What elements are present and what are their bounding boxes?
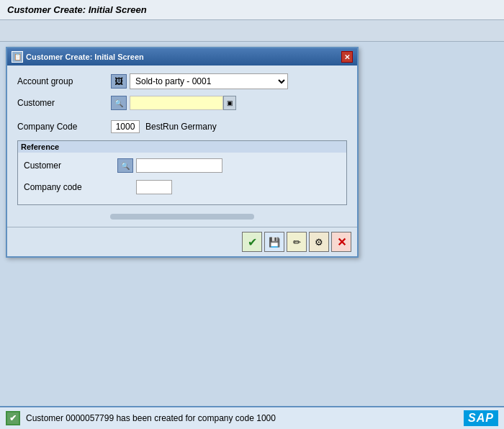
company-code-row: Company Code 1000 BestRun Germany — [17, 120, 347, 133]
cancel-icon: ✕ — [337, 235, 346, 249]
reference-company-code-input[interactable] — [136, 180, 172, 194]
append-icon: ▣ — [227, 99, 233, 107]
status-message: Customer 0000057799 has been created for… — [26, 413, 276, 423]
sap-logo: SAP — [464, 410, 498, 426]
ref-binoculars-icon: 🔍 — [121, 162, 130, 170]
page-title: Customer Create: Initial Screen — [0, 0, 504, 20]
edit-button[interactable]: ✏ — [287, 232, 307, 252]
company-code-label: Company Code — [17, 122, 111, 132]
dialog-titlebar: 📋 Customer Create: Initial Screen ✕ — [7, 48, 357, 66]
main-background: Customer Create: Initial Screen 📋 Custom… — [0, 0, 504, 429]
company-code-value: 1000 — [111, 120, 140, 133]
dialog-footer: ✔ 💾 ✏ ⚙ ✕ — [7, 227, 357, 256]
customer-search-icon[interactable]: 🔍 — [111, 96, 127, 110]
reference-customer-search-icon[interactable]: 🔍 — [117, 158, 133, 173]
config-icon: ⚙ — [315, 237, 323, 248]
reference-customer-row: Customer 🔍 — [24, 157, 341, 174]
account-group-icon[interactable]: 🖼 — [111, 74, 127, 89]
status-bar: ✔ Customer 0000057799 has been created f… — [0, 406, 504, 429]
account-group-label: Account group — [17, 76, 111, 86]
reference-customer-input[interactable] — [136, 158, 222, 173]
customer-input[interactable] — [130, 96, 223, 110]
company-name-text: BestRun Germany — [145, 122, 217, 132]
scrollbar-thumb — [110, 214, 254, 220]
save-icon: 💾 — [269, 237, 280, 248]
customer-input-append-button[interactable]: ▣ — [223, 96, 236, 110]
config-button[interactable]: ⚙ — [309, 232, 329, 252]
status-check-icon: ✔ — [6, 411, 20, 425]
edit-icon: ✏ — [293, 237, 301, 248]
reference-company-code-row: Company code — [24, 179, 341, 196]
save-button[interactable]: 💾 — [264, 232, 284, 252]
toolbar-area — [0, 20, 504, 42]
account-group-icon-symbol: 🖼 — [114, 76, 123, 86]
customer-input-wrapper: ▣ — [130, 96, 236, 110]
reference-customer-label: Customer — [24, 161, 117, 171]
check-symbol: ✔ — [9, 413, 17, 423]
customer-row: Customer 🔍 ▣ — [17, 94, 347, 112]
account-group-row: Account group 🖼 Sold-to party - 0001 — [17, 73, 347, 90]
cancel-button[interactable]: ✕ — [331, 232, 351, 252]
page-title-text: Customer Create: Initial Screen — [7, 4, 147, 15]
dialog-icon-symbol: 📋 — [14, 53, 22, 60]
binoculars-icon: 🔍 — [114, 99, 123, 107]
reference-company-code-label: Company code — [24, 182, 117, 192]
dialog-content: Account group 🖼 Sold-to party - 0001 Cus… — [7, 66, 357, 227]
reference-section: Reference Customer 🔍 Company code — [17, 140, 347, 205]
dialog-window-icon: 📋 — [12, 51, 23, 63]
dialog-window: 📋 Customer Create: Initial Screen ✕ Acco… — [6, 47, 359, 258]
account-group-select[interactable]: Sold-to party - 0001 — [130, 73, 288, 89]
dialog-title-left: 📋 Customer Create: Initial Screen — [12, 51, 144, 63]
dialog-title-text: Customer Create: Initial Screen — [26, 53, 144, 61]
confirm-button[interactable]: ✔ — [242, 232, 262, 252]
reference-title: Reference — [18, 141, 346, 153]
dialog-close-button[interactable]: ✕ — [341, 51, 353, 63]
customer-label: Customer — [17, 98, 111, 108]
confirm-icon: ✔ — [248, 235, 257, 249]
scroll-area — [17, 212, 347, 220]
